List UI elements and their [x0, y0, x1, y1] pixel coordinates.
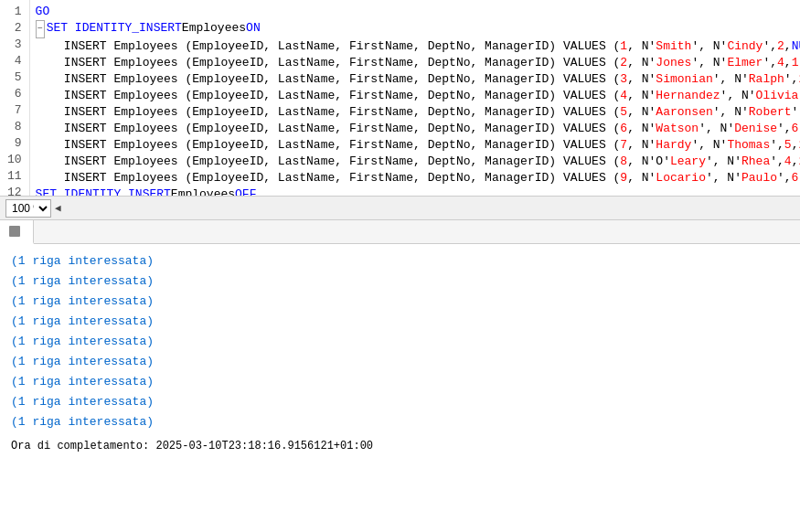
messages-content: (1 riga interessata)(1 riga interessata)… — [0, 244, 800, 463]
code-line: INSERT Employees (EmployeeID, LastName, … — [36, 170, 795, 186]
token-black: , N' — [627, 137, 656, 154]
token-red: 3 — [620, 71, 627, 88]
token-red: Denise — [734, 121, 777, 137]
token-red: Rhea — [741, 154, 770, 170]
results-pane: (1 riga interessata)(1 riga interessata)… — [0, 220, 800, 532]
collapse-icon[interactable]: − — [36, 20, 45, 38]
token-black: INSERT Employees (EmployeeID, LastName, … — [64, 104, 621, 121]
token-black: ', — [777, 170, 792, 186]
line-number: 7 — [7, 102, 22, 119]
token-black: INSERT Employees (EmployeeID, LastName, … — [64, 170, 621, 186]
token-red: 1 — [620, 38, 627, 55]
code-line: INSERT Employees (EmployeeID, LastName, … — [36, 137, 795, 154]
token-black: , N' — [627, 55, 656, 71]
token-kw: GO — [36, 4, 50, 20]
token-red: Hernandez — [656, 88, 720, 104]
token-red: 6 — [792, 170, 799, 186]
token-black: INSERT Employees (EmployeeID, LastName, … — [64, 121, 621, 137]
scroll-left-icon[interactable]: ◀ — [55, 202, 61, 214]
token-black: , N' — [627, 71, 656, 88]
token-red: Paulo — [741, 170, 777, 186]
token-black: ', N' — [713, 104, 749, 121]
code-line: INSERT Employees (EmployeeID, LastName, … — [36, 121, 795, 137]
token-red: 5 — [784, 137, 792, 154]
line-number: 10 — [7, 152, 22, 168]
token-red: 9 — [620, 170, 627, 186]
line-numbers: 12345678910111213 — [0, 0, 30, 196]
token-black: ', N' — [691, 137, 727, 154]
indent-space — [36, 55, 64, 71]
token-red: 7 — [620, 137, 627, 154]
token-black: , N' — [627, 38, 656, 55]
token-red: Watson — [656, 121, 699, 137]
token-kw: ON — [246, 20, 261, 37]
line-number: 1 — [7, 4, 22, 20]
line-number: 6 — [7, 86, 22, 102]
token-black: , — [792, 137, 799, 154]
token-black: ', — [770, 154, 784, 170]
token-black: INSERT Employees (EmployeeID, LastName, … — [64, 38, 621, 55]
tab-messaggi[interactable] — [0, 220, 34, 244]
token-black: , — [792, 154, 799, 170]
code-content[interactable]: GO−SET IDENTITY_INSERT Employees ON INSE… — [30, 0, 800, 196]
token-red: 5 — [620, 104, 627, 121]
message-row: (1 riga interessata) — [11, 251, 789, 271]
message-row: (1 riga interessata) — [11, 332, 789, 352]
completion-time: Ora di completamento: 2025-03-10T23:18:1… — [11, 436, 789, 456]
token-black: ', N' — [691, 55, 727, 71]
code-line: INSERT Employees (EmployeeID, LastName, … — [36, 71, 795, 88]
zoom-select[interactable]: 100 % 75 % 150 % — [5, 199, 51, 218]
token-black: , N'O' — [627, 154, 670, 170]
token-black: ', N' — [706, 154, 741, 170]
indent-space — [36, 170, 64, 186]
token-red: Ralph — [749, 71, 784, 88]
token-red: 4 — [784, 154, 792, 170]
token-red: Jones — [656, 55, 691, 71]
message-row: (1 riga interessata) — [11, 312, 789, 332]
token-red: Thomas — [727, 137, 770, 154]
token-red: 2 — [777, 38, 784, 55]
editor-pane: 12345678910111213 GO−SET IDENTITY_INSERT… — [0, 0, 800, 197]
indent-space — [36, 88, 64, 104]
tab-bar — [0, 220, 800, 244]
token-black: ', N' — [720, 88, 756, 104]
token-red: Smith — [656, 38, 691, 55]
message-row: (1 riga interessata) — [11, 292, 789, 312]
token-red: Cindy — [727, 38, 763, 55]
token-black: INSERT Employees (EmployeeID, LastName, … — [64, 88, 621, 104]
message-row: (1 riga interessata) — [11, 372, 789, 392]
token-black: , N' — [627, 88, 656, 104]
token-black: , N' — [627, 121, 656, 137]
token-red: Leary — [670, 154, 706, 170]
token-red: Locario — [656, 170, 706, 186]
token-kw: SET IDENTITY_INSERT — [47, 20, 182, 37]
token-black: INSERT Employees (EmployeeID, LastName, … — [64, 137, 621, 154]
token-black: ', — [763, 55, 777, 71]
zoom-bar: 100 % 75 % 150 % ◀ — [0, 197, 800, 220]
line-number: 2 — [7, 20, 22, 37]
token-black: ', — [770, 137, 784, 154]
token-black: INSERT Employees (EmployeeID, LastName, … — [64, 55, 621, 71]
token-black: ', — [792, 104, 800, 121]
line-number: 11 — [7, 168, 22, 185]
code-line: INSERT Employees (EmployeeID, LastName, … — [36, 38, 795, 55]
token-black: , N' — [627, 104, 656, 121]
token-red: 6 — [620, 121, 627, 137]
token-red: Aaronsen — [656, 104, 712, 121]
indent-space — [36, 38, 64, 55]
token-black: ', — [777, 121, 792, 137]
token-black: Employees — [182, 20, 246, 37]
token-red: 6 — [792, 121, 799, 137]
code-line: GO — [36, 4, 795, 20]
token-red: Simonian — [656, 71, 712, 88]
message-row: (1 riga interessata) — [11, 412, 789, 432]
token-black: INSERT Employees (EmployeeID, LastName, … — [64, 71, 621, 88]
line-number: 9 — [7, 135, 22, 152]
token-red: Robert — [749, 104, 792, 121]
token-black: , — [784, 38, 792, 55]
token-black: Employees — [171, 186, 235, 196]
token-black: ', N' — [699, 121, 734, 137]
token-red: 4 — [620, 88, 627, 104]
token-black: ', N' — [713, 71, 749, 88]
code-line: SET IDENTITY_INSERT Employees OFF — [36, 186, 795, 196]
